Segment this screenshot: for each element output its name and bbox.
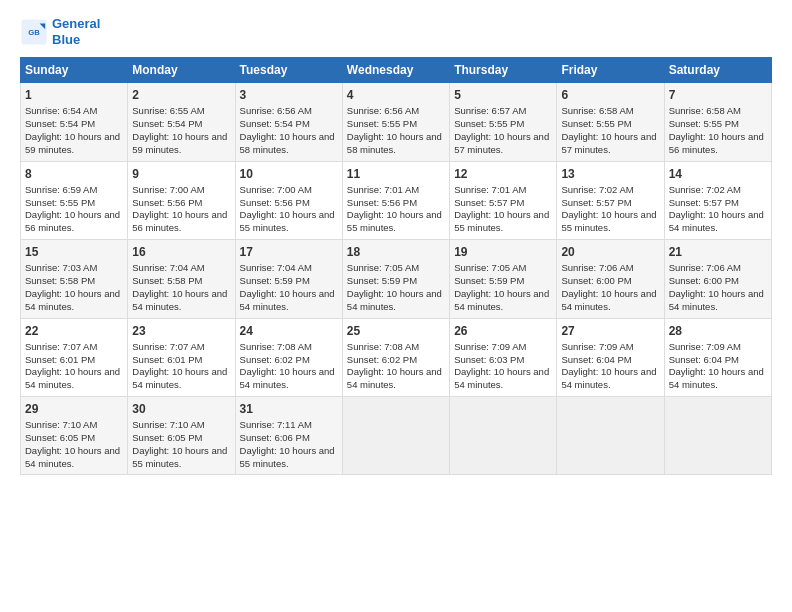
day-number: 24: [240, 323, 338, 339]
sunrise-text: Sunrise: 7:06 AM: [561, 262, 633, 273]
sunrise-text: Sunrise: 7:00 AM: [240, 184, 312, 195]
daylight-text: Daylight: 10 hours and 59 minutes.: [25, 131, 120, 155]
col-thursday: Thursday: [450, 58, 557, 83]
calendar-cell: 17Sunrise: 7:04 AMSunset: 5:59 PMDayligh…: [235, 240, 342, 318]
day-number: 9: [132, 166, 230, 182]
day-number: 1: [25, 87, 123, 103]
col-tuesday: Tuesday: [235, 58, 342, 83]
sunset-text: Sunset: 6:01 PM: [132, 354, 202, 365]
week-row: 29Sunrise: 7:10 AMSunset: 6:05 PMDayligh…: [21, 396, 772, 474]
sunset-text: Sunset: 5:54 PM: [25, 118, 95, 129]
day-number: 5: [454, 87, 552, 103]
calendar-cell: 4Sunrise: 6:56 AMSunset: 5:55 PMDaylight…: [342, 83, 449, 161]
sunset-text: Sunset: 5:58 PM: [132, 275, 202, 286]
calendar-cell: 8Sunrise: 6:59 AMSunset: 5:55 PMDaylight…: [21, 161, 128, 239]
daylight-text: Daylight: 10 hours and 56 minutes.: [132, 209, 227, 233]
col-monday: Monday: [128, 58, 235, 83]
sunset-text: Sunset: 5:54 PM: [240, 118, 310, 129]
day-number: 4: [347, 87, 445, 103]
daylight-text: Daylight: 10 hours and 55 minutes.: [561, 209, 656, 233]
daylight-text: Daylight: 10 hours and 57 minutes.: [454, 131, 549, 155]
calendar-cell: 5Sunrise: 6:57 AMSunset: 5:55 PMDaylight…: [450, 83, 557, 161]
sunset-text: Sunset: 5:54 PM: [132, 118, 202, 129]
calendar-cell: 29Sunrise: 7:10 AMSunset: 6:05 PMDayligh…: [21, 396, 128, 474]
day-number: 7: [669, 87, 767, 103]
daylight-text: Daylight: 10 hours and 54 minutes.: [454, 288, 549, 312]
calendar-cell: 10Sunrise: 7:00 AMSunset: 5:56 PMDayligh…: [235, 161, 342, 239]
daylight-text: Daylight: 10 hours and 54 minutes.: [132, 288, 227, 312]
sunrise-text: Sunrise: 7:11 AM: [240, 419, 312, 430]
week-row: 8Sunrise: 6:59 AMSunset: 5:55 PMDaylight…: [21, 161, 772, 239]
daylight-text: Daylight: 10 hours and 54 minutes.: [454, 366, 549, 390]
sunset-text: Sunset: 5:55 PM: [561, 118, 631, 129]
sunrise-text: Sunrise: 7:09 AM: [454, 341, 526, 352]
day-number: 21: [669, 244, 767, 260]
sunrise-text: Sunrise: 7:08 AM: [240, 341, 312, 352]
daylight-text: Daylight: 10 hours and 54 minutes.: [669, 366, 764, 390]
daylight-text: Daylight: 10 hours and 54 minutes.: [561, 366, 656, 390]
col-friday: Friday: [557, 58, 664, 83]
sunset-text: Sunset: 5:56 PM: [132, 197, 202, 208]
daylight-text: Daylight: 10 hours and 55 minutes.: [240, 445, 335, 469]
day-number: 8: [25, 166, 123, 182]
day-number: 19: [454, 244, 552, 260]
calendar-cell: 9Sunrise: 7:00 AMSunset: 5:56 PMDaylight…: [128, 161, 235, 239]
calendar-cell: 13Sunrise: 7:02 AMSunset: 5:57 PMDayligh…: [557, 161, 664, 239]
calendar-cell: [557, 396, 664, 474]
sunset-text: Sunset: 6:02 PM: [347, 354, 417, 365]
day-number: 10: [240, 166, 338, 182]
day-number: 11: [347, 166, 445, 182]
sunrise-text: Sunrise: 7:05 AM: [347, 262, 419, 273]
day-number: 28: [669, 323, 767, 339]
sunrise-text: Sunrise: 7:04 AM: [240, 262, 312, 273]
sunrise-text: Sunrise: 7:09 AM: [561, 341, 633, 352]
daylight-text: Daylight: 10 hours and 55 minutes.: [347, 209, 442, 233]
sunrise-text: Sunrise: 7:06 AM: [669, 262, 741, 273]
calendar-cell: 16Sunrise: 7:04 AMSunset: 5:58 PMDayligh…: [128, 240, 235, 318]
sunrise-text: Sunrise: 7:00 AM: [132, 184, 204, 195]
sunrise-text: Sunrise: 7:08 AM: [347, 341, 419, 352]
calendar-body: 1Sunrise: 6:54 AMSunset: 5:54 PMDaylight…: [21, 83, 772, 475]
calendar-cell: 25Sunrise: 7:08 AMSunset: 6:02 PMDayligh…: [342, 318, 449, 396]
col-saturday: Saturday: [664, 58, 771, 83]
day-number: 2: [132, 87, 230, 103]
sunrise-text: Sunrise: 6:54 AM: [25, 105, 97, 116]
daylight-text: Daylight: 10 hours and 54 minutes.: [669, 209, 764, 233]
sunrise-text: Sunrise: 7:07 AM: [132, 341, 204, 352]
daylight-text: Daylight: 10 hours and 54 minutes.: [669, 288, 764, 312]
calendar-table: Sunday Monday Tuesday Wednesday Thursday…: [20, 57, 772, 475]
calendar-cell: 24Sunrise: 7:08 AMSunset: 6:02 PMDayligh…: [235, 318, 342, 396]
week-row: 1Sunrise: 6:54 AMSunset: 5:54 PMDaylight…: [21, 83, 772, 161]
sunrise-text: Sunrise: 7:05 AM: [454, 262, 526, 273]
logo-icon: GB: [20, 18, 48, 46]
daylight-text: Daylight: 10 hours and 54 minutes.: [25, 366, 120, 390]
sunset-text: Sunset: 6:04 PM: [561, 354, 631, 365]
sunrise-text: Sunrise: 7:04 AM: [132, 262, 204, 273]
calendar-cell: 30Sunrise: 7:10 AMSunset: 6:05 PMDayligh…: [128, 396, 235, 474]
week-row: 15Sunrise: 7:03 AMSunset: 5:58 PMDayligh…: [21, 240, 772, 318]
calendar-cell: [664, 396, 771, 474]
sunset-text: Sunset: 6:00 PM: [669, 275, 739, 286]
sunrise-text: Sunrise: 7:10 AM: [25, 419, 97, 430]
calendar-cell: 2Sunrise: 6:55 AMSunset: 5:54 PMDaylight…: [128, 83, 235, 161]
sunset-text: Sunset: 5:59 PM: [240, 275, 310, 286]
daylight-text: Daylight: 10 hours and 54 minutes.: [347, 366, 442, 390]
logo-text: GeneralBlue: [52, 16, 100, 47]
col-wednesday: Wednesday: [342, 58, 449, 83]
daylight-text: Daylight: 10 hours and 54 minutes.: [240, 366, 335, 390]
main-container: GB GeneralBlue Sunday Monday Tuesday Wed…: [0, 0, 792, 485]
daylight-text: Daylight: 10 hours and 59 minutes.: [132, 131, 227, 155]
day-number: 22: [25, 323, 123, 339]
calendar-cell: 22Sunrise: 7:07 AMSunset: 6:01 PMDayligh…: [21, 318, 128, 396]
sunset-text: Sunset: 5:55 PM: [347, 118, 417, 129]
day-number: 29: [25, 401, 123, 417]
sunset-text: Sunset: 6:06 PM: [240, 432, 310, 443]
daylight-text: Daylight: 10 hours and 55 minutes.: [454, 209, 549, 233]
calendar-cell: 31Sunrise: 7:11 AMSunset: 6:06 PMDayligh…: [235, 396, 342, 474]
daylight-text: Daylight: 10 hours and 54 minutes.: [347, 288, 442, 312]
sunset-text: Sunset: 5:56 PM: [347, 197, 417, 208]
calendar-cell: 3Sunrise: 6:56 AMSunset: 5:54 PMDaylight…: [235, 83, 342, 161]
sunset-text: Sunset: 5:58 PM: [25, 275, 95, 286]
calendar-cell: 11Sunrise: 7:01 AMSunset: 5:56 PMDayligh…: [342, 161, 449, 239]
sunrise-text: Sunrise: 6:58 AM: [561, 105, 633, 116]
